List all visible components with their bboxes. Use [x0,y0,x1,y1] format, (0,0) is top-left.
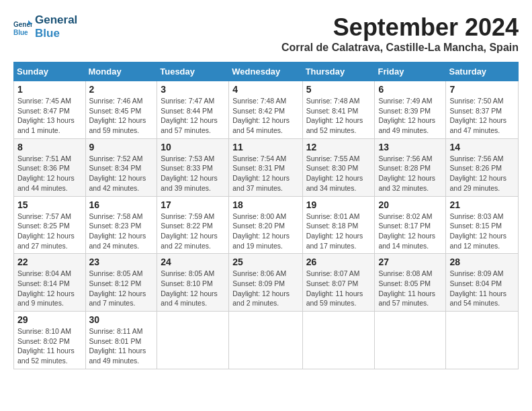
calendar-week-row: 15 Sunrise: 7:57 AM Sunset: 8:25 PM Dayl… [14,196,519,254]
sunset-label: Sunset: 8:45 PM [89,107,142,115]
table-row: 21 Sunrise: 8:03 AM Sunset: 8:15 PM Dayl… [446,196,519,254]
sunset-label: Sunset: 8:10 PM [161,279,213,287]
day-info: Sunrise: 7:56 AM Sunset: 8:28 PM Dayligh… [378,154,442,193]
day-info: Sunrise: 7:48 AM Sunset: 8:42 PM Dayligh… [232,96,298,136]
sunset-label: Sunset: 8:33 PM [161,164,213,172]
day-info: Sunrise: 7:52 AM Sunset: 8:34 PM Dayligh… [89,154,154,193]
sunset-label: Sunset: 8:09 PM [232,279,285,287]
sunrise-label: Sunrise: 8:00 AM [232,212,286,220]
daylight-label: Daylight: 12 hours and 54 minutes. [232,116,290,134]
day-info: Sunrise: 7:59 AM Sunset: 8:22 PM Dayligh… [161,212,225,251]
title-section: September 2024 Corral de Calatrava, Cast… [281,13,519,54]
sunrise-label: Sunrise: 8:04 AM [17,269,71,277]
table-row: 30 Sunrise: 8:11 AM Sunset: 8:01 PM Dayl… [85,312,157,369]
table-row: 28 Sunrise: 8:09 AM Sunset: 8:04 PM Dayl… [446,254,519,312]
table-row [302,312,375,369]
day-info: Sunrise: 7:53 AM Sunset: 8:33 PM Dayligh… [161,154,225,193]
day-info: Sunrise: 7:48 AM Sunset: 8:41 PM Dayligh… [306,96,371,136]
logo-icon: General Blue [13,17,32,36]
day-number: 20 [378,199,442,210]
sunset-label: Sunset: 8:02 PM [17,337,70,345]
day-info: Sunrise: 7:47 AM Sunset: 8:44 PM Dayligh… [161,96,225,136]
sunset-label: Sunset: 8:47 PM [17,107,70,115]
table-row: 7 Sunrise: 7:50 AM Sunset: 8:37 PM Dayli… [446,81,519,139]
sunset-label: Sunset: 8:01 PM [89,337,142,345]
sunset-label: Sunset: 8:30 PM [306,164,359,172]
sunrise-label: Sunrise: 7:58 AM [89,212,143,220]
day-info: Sunrise: 8:04 AM Sunset: 8:14 PM Dayligh… [17,269,82,308]
sunset-label: Sunset: 8:26 PM [449,164,502,172]
daylight-label: Daylight: 12 hours and 27 minutes. [17,232,75,250]
sunrise-label: Sunrise: 7:49 AM [378,97,432,105]
table-row: 9 Sunrise: 7:52 AM Sunset: 8:34 PM Dayli… [85,138,157,196]
sunrise-label: Sunrise: 7:56 AM [378,154,432,163]
day-info: Sunrise: 8:05 AM Sunset: 8:12 PM Dayligh… [89,269,154,308]
day-info: Sunrise: 7:55 AM Sunset: 8:30 PM Dayligh… [306,154,371,193]
day-info: Sunrise: 7:46 AM Sunset: 8:45 PM Dayligh… [89,96,154,136]
day-number: 25 [232,257,298,267]
day-info: Sunrise: 8:01 AM Sunset: 8:18 PM Dayligh… [306,212,371,251]
sunset-label: Sunset: 8:04 PM [449,279,502,287]
table-row: 14 Sunrise: 7:56 AM Sunset: 8:26 PM Dayl… [446,138,519,196]
table-row: 24 Sunrise: 8:05 AM Sunset: 8:10 PM Dayl… [157,254,229,312]
daylight-label: Daylight: 12 hours and 49 minutes. [378,116,435,134]
sunrise-label: Sunrise: 7:51 AM [17,154,71,163]
table-row: 22 Sunrise: 8:04 AM Sunset: 8:14 PM Dayl… [14,254,86,312]
day-info: Sunrise: 8:06 AM Sunset: 8:09 PM Dayligh… [232,269,298,308]
sunset-label: Sunset: 8:07 PM [306,279,359,287]
table-row: 23 Sunrise: 8:05 AM Sunset: 8:12 PM Dayl… [85,254,157,312]
sunrise-label: Sunrise: 7:59 AM [161,212,214,220]
sunset-label: Sunset: 8:25 PM [17,222,70,230]
sunset-label: Sunset: 8:28 PM [378,164,431,172]
sunset-label: Sunset: 8:34 PM [89,164,142,172]
calendar-week-row: 1 Sunrise: 7:45 AM Sunset: 8:47 PM Dayli… [14,81,519,139]
daylight-label: Daylight: 12 hours and 17 minutes. [306,232,363,250]
day-number: 2 [89,84,154,95]
day-number: 15 [17,199,82,210]
table-row [157,312,229,369]
sunrise-label: Sunrise: 7:45 AM [17,97,71,105]
table-row: 2 Sunrise: 7:46 AM Sunset: 8:45 PM Dayli… [85,81,157,139]
sunrise-label: Sunrise: 7:54 AM [232,154,286,163]
table-row [446,312,519,369]
day-number: 18 [232,199,298,210]
table-row: 26 Sunrise: 8:07 AM Sunset: 8:07 PM Dayl… [302,254,375,312]
header-tuesday: Tuesday [157,62,229,81]
table-row [229,312,302,369]
day-info: Sunrise: 8:03 AM Sunset: 8:15 PM Dayligh… [449,212,515,251]
daylight-label: Daylight: 12 hours and 44 minutes. [17,174,75,192]
table-row: 19 Sunrise: 8:01 AM Sunset: 8:18 PM Dayl… [302,196,375,254]
sunset-label: Sunset: 8:12 PM [89,279,142,287]
daylight-label: Daylight: 12 hours and 34 minutes. [306,174,363,192]
daylight-label: Daylight: 12 hours and 12 minutes. [449,232,506,250]
day-number: 24 [161,257,225,267]
sunset-label: Sunset: 8:36 PM [17,164,70,172]
table-row: 16 Sunrise: 7:58 AM Sunset: 8:23 PM Dayl… [85,196,157,254]
daylight-label: Daylight: 12 hours and 2 minutes. [232,289,290,308]
daylight-label: Daylight: 12 hours and 59 minutes. [89,116,146,134]
sunrise-label: Sunrise: 8:10 AM [17,327,71,335]
table-row: 25 Sunrise: 8:06 AM Sunset: 8:09 PM Dayl… [229,254,302,312]
daylight-label: Daylight: 12 hours and 39 minutes. [161,174,218,192]
sunrise-label: Sunrise: 8:01 AM [306,212,360,220]
day-number: 3 [161,84,225,95]
day-info: Sunrise: 7:56 AM Sunset: 8:26 PM Dayligh… [449,154,515,193]
day-number: 23 [89,257,154,267]
calendar-week-row: 29 Sunrise: 8:10 AM Sunset: 8:02 PM Dayl… [14,312,519,369]
daylight-label: Daylight: 12 hours and 37 minutes. [232,174,290,192]
day-number: 17 [161,199,225,210]
day-number: 19 [306,199,371,210]
sunrise-label: Sunrise: 8:05 AM [89,269,143,277]
daylight-label: Daylight: 12 hours and 22 minutes. [161,232,218,250]
day-info: Sunrise: 8:02 AM Sunset: 8:17 PM Dayligh… [378,212,442,251]
daylight-label: Daylight: 11 hours and 52 minutes. [17,347,75,365]
daylight-label: Daylight: 12 hours and 42 minutes. [89,174,146,192]
sunrise-label: Sunrise: 8:11 AM [89,327,143,335]
sunset-label: Sunset: 8:42 PM [232,107,285,115]
sunset-label: Sunset: 8:44 PM [161,107,213,115]
day-info: Sunrise: 8:09 AM Sunset: 8:04 PM Dayligh… [449,269,515,308]
sunrise-label: Sunrise: 7:55 AM [306,154,360,163]
day-number: 29 [17,314,82,325]
sunset-label: Sunset: 8:37 PM [449,107,502,115]
daylight-label: Daylight: 12 hours and 14 minutes. [378,232,435,250]
